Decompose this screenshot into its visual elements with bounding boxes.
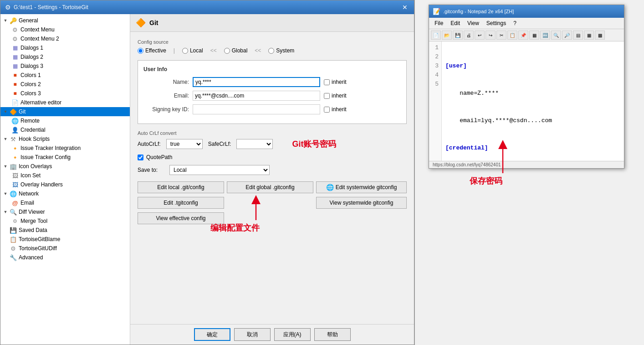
close-button[interactable]: ✕ (400, 4, 409, 11)
autocrlf-select[interactable]: true false input (166, 139, 203, 149)
radio-system[interactable]: System (268, 47, 294, 54)
radio-effective-input[interactable] (138, 48, 143, 54)
sidebar-label-credential: Credential (20, 127, 46, 133)
sidebar-item-colors-3[interactable]: ■ Colors 3 (0, 89, 130, 98)
menu-file[interactable]: File (431, 19, 447, 28)
cancel-button[interactable]: 取消 (234, 328, 271, 341)
view-systemwide-button[interactable]: View systemwide gitconfig (316, 197, 407, 209)
sidebar-label-icon-overlays: Icon Overlays (19, 163, 52, 170)
radio-local-input[interactable] (182, 48, 188, 54)
toolbar-print[interactable]: 🖨 (464, 31, 474, 40)
sidebar-item-diff-viewer[interactable]: ▼ 🔍 Diff Viewer (0, 207, 130, 216)
sidebar-item-remote[interactable]: 🌐 Remote (0, 116, 130, 125)
sidebar-item-alt-editor[interactable]: 📄 Alternative editor (0, 98, 130, 107)
signing-key-inherit-checkbox[interactable] (324, 107, 330, 113)
code-line-4: [credential] (445, 144, 620, 153)
sidebar-item-tortoisegit-blame[interactable]: ▶ 📋 TortoiseGitBlame (0, 235, 130, 244)
name-inherit-checkbox[interactable] (324, 79, 330, 85)
sidebar-item-merge-tool[interactable]: ⚙ Merge Tool (0, 216, 130, 226)
sidebar-item-context-menu[interactable]: ⚙ Context Menu (0, 25, 130, 34)
edit-local-button[interactable]: Edit local .git/config (138, 181, 224, 193)
email-inherit-check[interactable]: inherit (324, 93, 347, 99)
sidebar-item-issue-tracker-config[interactable]: 🔸 Issue Tracker Config (0, 153, 130, 162)
toolbar-new[interactable]: 📄 (431, 31, 441, 40)
window-title: G:\test1 - Settings - TortoiseGit (14, 4, 88, 10)
toolbar-copy[interactable]: 📋 (507, 31, 517, 40)
toolbar-b1[interactable]: ▦ (529, 31, 539, 40)
radio-system-input[interactable] (268, 48, 274, 54)
sidebar-item-overlay-handlers[interactable]: 🖼 Overlay Handlers (0, 180, 130, 189)
menu-view[interactable]: View (464, 19, 483, 28)
expand-git-icon: ▼ (2, 108, 9, 115)
toolbar-undo[interactable]: ↩ (475, 31, 485, 40)
panel-header-icon: 🔶 (136, 18, 146, 28)
save-to-select[interactable]: Local Global System (169, 165, 270, 175)
signing-key-inherit-check[interactable]: inherit (324, 106, 347, 113)
ok-button[interactable]: 确定 (194, 328, 230, 341)
edit-tgit-button[interactable]: Edit .tgitconfig (138, 197, 224, 209)
sidebar-label-tortoisegit-udiff: TortoiseGitUDiff (19, 245, 57, 252)
sidebar-item-git[interactable]: ▼ 🔶 Git (0, 107, 130, 116)
sidebar-item-email[interactable]: @ Email (0, 198, 130, 207)
sidebar-item-icon-set[interactable]: 🖼 Icon Set (0, 171, 130, 180)
sidebar-item-general[interactable]: ▼ 🔑 General (0, 16, 130, 25)
toolbar-redo[interactable]: ↪ (486, 31, 496, 40)
apply-button[interactable]: 应用(A) (274, 328, 311, 341)
menu-settings[interactable]: Settings (483, 19, 510, 28)
sidebar-label-advanced: Advanced (19, 254, 43, 261)
sidebar-label-network: Network (19, 191, 39, 197)
notepad-body: 1 2 3 4 5 [user] name=Z.**** email=lyq.*… (429, 41, 624, 161)
toolbar-paste[interactable]: 📌 (518, 31, 528, 40)
toolbar-open[interactable]: 📂 (442, 31, 452, 40)
content-area: 🔶 Git Config source Effective | Local (130, 14, 414, 345)
safecrlf-select[interactable]: true false warn (236, 139, 273, 149)
signing-key-label: Signing key ID: (143, 106, 189, 113)
name-input[interactable] (193, 77, 320, 87)
sidebar-label-email: Email (20, 200, 34, 206)
annotation-git-password: Git账号密码 (292, 139, 336, 149)
email-input[interactable] (193, 91, 320, 101)
sidebar-item-issue-tracker-integration[interactable]: 🔸 Issue Tracker Integration (0, 144, 130, 153)
settings-window: ⚙ G:\test1 - Settings - TortoiseGit ✕ ▼ … (0, 0, 414, 345)
sidebar-item-hook-scripts[interactable]: ▼ ⚒ Hook Scripts (0, 134, 130, 144)
toolbar-b2[interactable]: 🔤 (540, 31, 550, 40)
sidebar-item-context-menu-2[interactable]: ⚙ Context Menu 2 (0, 34, 130, 43)
separator-3: << (255, 47, 261, 54)
separator-2: << (210, 47, 217, 54)
signing-key-input[interactable] (193, 104, 320, 114)
radio-global[interactable]: Global (224, 47, 248, 54)
radio-effective[interactable]: Effective (138, 47, 166, 54)
menu-help[interactable]: ? (510, 19, 520, 28)
toolbar-b6[interactable]: ▩ (595, 31, 605, 40)
sidebar-label-hook-scripts: Hook Scripts (19, 136, 50, 142)
toolbar-zoom-in[interactable]: 🔎 (562, 31, 572, 40)
edit-systemwide-button[interactable]: 🌐 Edit systemwide gitconfig (316, 181, 407, 193)
radio-global-input[interactable] (224, 48, 230, 54)
email-inherit-checkbox[interactable] (324, 93, 330, 99)
sidebar-item-saved-data[interactable]: ▶ 💾 Saved Data (0, 226, 130, 235)
sidebar-item-dialogs-3[interactable]: ▦ Dialogs 3 (0, 62, 130, 71)
sidebar-item-dialogs-2[interactable]: ▦ Dialogs 2 (0, 52, 130, 62)
toolbar-b5[interactable]: ▦ (584, 31, 594, 40)
toolbar-b4[interactable]: ▤ (573, 31, 583, 40)
toolbar-b3[interactable]: 🔍 (551, 31, 561, 40)
quotepath-checkbox[interactable] (138, 154, 143, 160)
name-inherit-check[interactable]: inherit (324, 79, 347, 85)
sidebar-item-network[interactable]: ▼ 🌐 Network (0, 189, 130, 198)
sidebar-item-dialogs-1[interactable]: ▦ Dialogs 1 (0, 43, 130, 52)
radio-local[interactable]: Local (182, 47, 203, 54)
toolbar-save[interactable]: 💾 (453, 31, 463, 40)
sidebar-item-icon-overlays[interactable]: ▼ 🏢 Icon Overlays (0, 162, 130, 171)
help-button[interactable]: 帮助 (314, 328, 351, 341)
menu-edit[interactable]: Edit (447, 19, 464, 28)
sidebar-item-colors-2[interactable]: ■ Colors 2 (0, 80, 130, 89)
toolbar-cut[interactable]: ✂ (496, 31, 506, 40)
sidebar-item-colors-1[interactable]: ■ Colors 1 (0, 71, 130, 80)
sidebar-label-remote: Remote (20, 118, 40, 124)
sidebar-item-tortoisegit-udiff[interactable]: ▶ ⚙ TortoiseGitUDiff (0, 244, 130, 253)
sidebar-item-credential[interactable]: 👤 Credential (0, 125, 130, 134)
code-content[interactable]: [user] name=Z.**** email=lyq.****@csdn..… (442, 41, 624, 161)
edit-global-button[interactable]: Edit global .gitconfig (227, 181, 313, 193)
sidebar-label-merge-tool: Merge Tool (20, 218, 47, 224)
sidebar-item-advanced[interactable]: ▶ 🔧 Advanced (0, 253, 130, 262)
